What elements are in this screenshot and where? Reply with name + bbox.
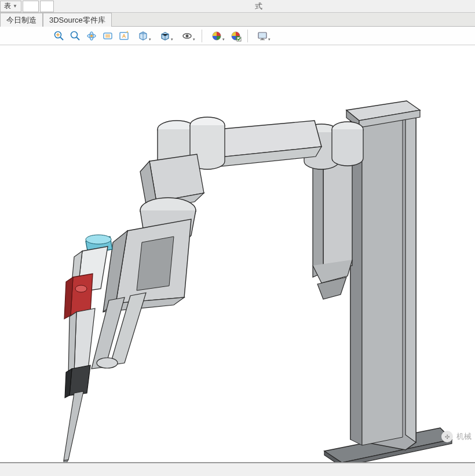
small-box-1[interactable] [23,1,39,12]
chevron-down-icon: ▼ [13,3,17,9]
section-view-icon[interactable] [133,29,153,43]
watermark-text: 机械 [456,431,472,442]
svg-point-27 [75,285,87,292]
view-toolbar: A [0,27,475,45]
orbit-icon[interactable] [85,29,98,43]
zoom-all-icon[interactable]: A [117,29,131,43]
tab-label: 3DSource零件库 [49,15,105,26]
appearance-color-icon[interactable] [207,29,226,43]
3d-viewport[interactable]: ✣ 机械 [0,45,475,463]
model-render [0,45,475,463]
zoom-out-icon[interactable] [68,29,82,43]
watermark: ✣ 机械 [441,431,472,442]
zoom-in-icon[interactable] [52,29,66,43]
svg-point-8 [90,35,93,37]
tab-label: 今日制造 [6,15,36,26]
table-menu-label: 表 [4,1,11,11]
screen-icon[interactable] [253,29,272,43]
pan-icon[interactable] [101,29,115,43]
toolbar-separator [247,30,248,42]
visibility-icon[interactable] [177,29,197,43]
svg-text:A: A [122,33,126,39]
appearance-check-icon[interactable] [229,29,243,43]
svg-point-13 [186,34,189,37]
status-bar [0,463,475,476]
toolbar-separator [202,30,202,42]
svg-rect-17 [258,32,266,38]
svg-rect-18 [261,38,264,39]
center-label: 式 [54,1,463,12]
svg-line-1 [60,37,63,40]
svg-rect-19 [260,39,265,40]
svg-line-5 [76,37,79,40]
svg-point-26 [86,235,111,244]
view-style-icon[interactable] [155,29,175,43]
tab-3dsource-parts[interactable]: 3DSource零件库 [43,13,112,27]
wechat-icon: ✣ [441,431,453,442]
svg-point-4 [71,31,78,38]
tab-today-manufacture[interactable]: 今日制造 [0,13,43,27]
table-menu-button[interactable]: 表 ▼ [0,1,21,12]
small-box-2[interactable] [40,1,54,12]
svg-point-25 [97,358,118,368]
